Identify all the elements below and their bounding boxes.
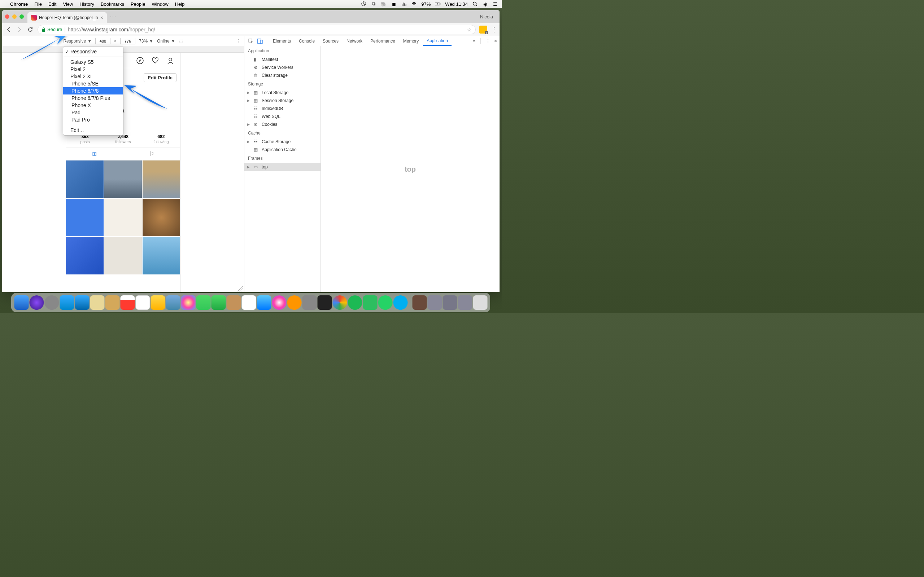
post-thumbnail[interactable] [142, 199, 180, 236]
dock-safari-icon[interactable] [60, 295, 74, 310]
clock[interactable]: Wed 11:34 [445, 2, 468, 7]
back-button[interactable] [5, 26, 12, 33]
dock-mail-icon[interactable] [105, 295, 120, 310]
dock-finder-icon[interactable] [15, 295, 29, 310]
dock-notes-icon[interactable] [136, 295, 150, 310]
device-toolbar-menu[interactable]: ⋮ [236, 39, 241, 44]
dock-stack-icon[interactable] [443, 295, 457, 310]
tab-sources[interactable]: Sources [319, 36, 342, 46]
sidebar-local-storage[interactable]: ▶▦Local Storage [244, 89, 320, 97]
dock-skype-icon[interactable] [393, 295, 408, 310]
dock-stack-icon[interactable] [428, 295, 442, 310]
edit-profile-button[interactable]: Edit Profile [144, 73, 176, 82]
device-menu-edit[interactable]: Edit… [63, 127, 123, 134]
dock-contacts-icon[interactable] [90, 295, 105, 310]
dock-trash-icon[interactable] [473, 295, 488, 310]
menu-history[interactable]: History [79, 2, 94, 7]
tab-elements[interactable]: Elements [269, 36, 294, 46]
viewport-width-input[interactable] [95, 38, 110, 44]
device-menu-item[interactable]: iPhone X [63, 102, 123, 109]
device-menu-item[interactable]: iPad [63, 109, 123, 116]
dock-messages-icon[interactable] [196, 295, 211, 310]
device-menu-item[interactable]: Pixel 2 [63, 66, 123, 73]
new-tab-button[interactable]: ⋯ [110, 13, 116, 21]
sidebar-websql[interactable]: ☷Web SQL [244, 113, 320, 121]
dock-maps-icon[interactable] [166, 295, 181, 310]
tab-memory[interactable]: Memory [399, 36, 422, 46]
bookmark-star-icon[interactable]: ☆ [467, 27, 472, 32]
tab-close-icon[interactable]: × [100, 15, 103, 21]
chrome-menu-button[interactable]: ⋮ [491, 26, 497, 34]
device-menu-item[interactable]: iPhone 5/SE [63, 80, 123, 87]
tab-application[interactable]: Application [423, 36, 452, 46]
dock-itunes-icon[interactable] [272, 295, 287, 310]
notification-center-icon[interactable]: ☰ [492, 1, 498, 7]
window-zoom-button[interactable] [19, 15, 24, 19]
bluetooth-icon[interactable]: ⁂ [401, 1, 407, 7]
dock-keynote-icon[interactable] [257, 295, 271, 310]
post-thumbnail[interactable] [104, 199, 142, 236]
menu-edit[interactable]: Edit [48, 2, 56, 7]
chrome-profile-name[interactable]: Nicola [480, 14, 497, 19]
device-menu-item[interactable]: iPhone 6/7/8 Plus [63, 95, 123, 102]
app-menubar-icon[interactable]: ◼ [391, 1, 397, 7]
window-close-button[interactable] [5, 15, 10, 19]
menu-help[interactable]: Help [175, 2, 185, 7]
zoom-dropdown[interactable]: 73% ▼ [139, 39, 153, 44]
device-menu-responsive[interactable]: Responsive [63, 48, 123, 55]
dock-folder-icon[interactable] [412, 295, 427, 310]
sidebar-indexeddb[interactable]: ☷IndexedDB [244, 105, 320, 113]
device-menu-item[interactable]: Pixel 2 XL [63, 73, 123, 80]
explore-icon[interactable] [136, 56, 144, 64]
dock-spotify-icon[interactable] [348, 295, 362, 310]
dock-sublime-icon[interactable] [318, 295, 332, 310]
rotate-icon[interactable]: ⬚ [179, 39, 183, 44]
app-name[interactable]: Chrome [10, 2, 28, 7]
dock-launchpad-icon[interactable] [45, 295, 59, 310]
devtools-close-icon[interactable]: ✕ [494, 39, 498, 44]
dock-photos-icon[interactable] [181, 295, 195, 310]
tabs-overflow-icon[interactable]: » [473, 39, 475, 44]
dock-chrome-icon[interactable] [333, 295, 347, 310]
sidebar-cookies[interactable]: ▶⊛Cookies [244, 121, 320, 128]
grid-tab-icon[interactable]: ⊞ [92, 150, 97, 157]
post-thumbnail[interactable] [104, 237, 142, 274]
tab-console[interactable]: Console [295, 36, 318, 46]
menu-people[interactable]: People [131, 2, 145, 7]
forward-button[interactable] [16, 26, 23, 33]
dock-evernote-icon[interactable] [363, 295, 378, 310]
menu-bookmarks[interactable]: Bookmarks [101, 2, 124, 7]
dock-facetime-icon[interactable] [212, 295, 226, 310]
siri-icon[interactable]: ◉ [482, 1, 488, 7]
dock-siri-icon[interactable] [30, 295, 44, 310]
dock-reminders-icon[interactable] [151, 295, 165, 310]
window-minimize-button[interactable] [12, 15, 16, 19]
reload-button[interactable] [27, 26, 34, 33]
post-thumbnail[interactable] [142, 161, 180, 198]
dock-whatsapp-icon[interactable] [378, 295, 393, 310]
saved-tab-icon[interactable]: ⚐ [149, 150, 154, 157]
tab-performance[interactable]: Performance [367, 36, 399, 46]
browser-tab[interactable]: Hopper HQ Team (@hopper_h × [27, 12, 107, 23]
sidebar-frame-top[interactable]: ▶▭top [244, 163, 320, 171]
sidebar-app-cache[interactable]: ▦Application Cache [244, 146, 320, 154]
menu-file[interactable]: File [34, 2, 42, 7]
dock-appstore-icon[interactable] [75, 295, 89, 310]
inspect-element-icon[interactable] [247, 39, 255, 44]
post-thumbnail[interactable] [66, 161, 103, 198]
dock-ibooks-icon[interactable] [287, 295, 302, 310]
extension-icon[interactable]: 1 [479, 26, 487, 34]
battery-icon[interactable] [435, 1, 441, 7]
spotlight-icon[interactable] [472, 1, 478, 7]
dock-books-icon[interactable] [227, 295, 241, 310]
viewport-height-input[interactable] [120, 38, 135, 44]
address-bar[interactable]: Secure | https://www.instagram.com/hoppe… [37, 25, 476, 34]
post-thumbnail[interactable] [142, 237, 180, 274]
activity-heart-icon[interactable] [151, 56, 159, 64]
sidebar-service-workers[interactable]: ⚙Service Workers [244, 63, 320, 71]
sidebar-clear-storage[interactable]: 🗑Clear storage [244, 71, 320, 79]
post-thumbnail[interactable] [104, 161, 142, 198]
secure-indicator[interactable]: Secure [42, 27, 62, 32]
device-menu-item-highlighted[interactable]: iPhone 6/7/8 [63, 87, 123, 95]
post-thumbnail[interactable] [66, 237, 103, 274]
